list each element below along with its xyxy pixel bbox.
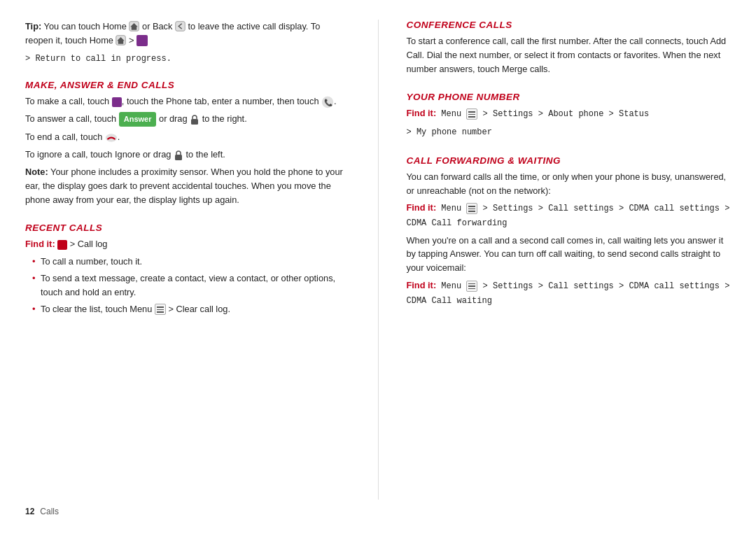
answer-button: Answer	[119, 112, 157, 127]
conference-calls-title: CONFERENCE CALLS	[407, 20, 732, 30]
column-divider	[378, 20, 379, 500]
tip-text5: >	[126, 35, 134, 45]
make-call-text1: To make a call, touch	[25, 96, 112, 106]
home-icon	[129, 21, 139, 31]
find-it-text-fwd2: Menu > Settings > Call settings > CDMA c…	[407, 281, 730, 306]
app-icon-2	[112, 97, 122, 107]
tip-text3: or Back	[139, 21, 175, 31]
call-log-icon	[57, 240, 67, 250]
left-column: Tip: You can touch Home or Back to leave…	[25, 20, 350, 500]
call-forwarding-find-it2: Find it: Menu > Settings > Call settings…	[407, 278, 732, 307]
tip-section: Tip: You can touch Home or Back to leave…	[25, 20, 350, 69]
answer-call-para: To answer a call, touch Answer or drag t…	[25, 112, 350, 127]
call-forwarding-section: CALL FORWARDING & WAITING You can forwar…	[407, 155, 732, 311]
note-text: Your phone includes a proximity sensor. …	[25, 167, 343, 205]
conference-calls-text: To start a conference call, call the fir…	[407, 34, 732, 76]
ignore-text2: to the left.	[183, 149, 225, 160]
menu-lines-2	[468, 111, 475, 118]
right-column: CONFERENCE CALLS To start a conference c…	[407, 20, 732, 500]
find-it-label-phone: Find it:	[407, 108, 437, 118]
your-phone-status: > My phone number	[407, 125, 732, 139]
recent-calls-title: RECENT CALLS	[25, 223, 350, 233]
tip-paragraph: Tip: You can touch Home or Back to leave…	[25, 20, 350, 48]
back-icon	[175, 21, 186, 31]
note-para: Note: Your phone includes a proximity se…	[25, 165, 350, 206]
list-item: To clear the list, touch Menu > Clear ca…	[32, 302, 350, 316]
app-icon	[136, 35, 148, 46]
home-icon-2	[115, 35, 126, 45]
call-forwarding-find-it1: Find it: Menu > Settings > Call settings…	[407, 201, 732, 230]
conference-calls-section: CONFERENCE CALLS To start a conference c…	[407, 20, 732, 79]
note-label: Note:	[25, 167, 48, 177]
svg-rect-7	[191, 119, 198, 125]
lock-icon	[190, 114, 200, 125]
menu-lines-4	[468, 283, 475, 290]
call-icon: 📞	[321, 96, 334, 108]
make-answer-title: MAKE, ANSWER & END CALLS	[25, 80, 350, 90]
make-call-text2: , touch the Phone tab, enter a number, t…	[122, 96, 321, 106]
answer-text3: to the right.	[200, 113, 247, 124]
recent-calls-section: RECENT CALLS Find it: > Call log To call…	[25, 223, 350, 318]
end-text1: To end a call, touch	[25, 132, 102, 142]
tip-return: > Return to call in progress.	[25, 51, 350, 66]
tip-text2: You can touch Home	[41, 21, 129, 31]
call-waiting-para2: When you're on a call and a second call …	[407, 234, 732, 275]
find-it-label-fwd2: Find it:	[407, 280, 437, 290]
tip-label: Tip:	[25, 21, 41, 31]
page-number: 12	[25, 507, 34, 516]
list-item: To send a text message, create a contact…	[32, 271, 350, 299]
ignore-text1: To ignore a call, touch Ignore or drag	[25, 149, 174, 160]
lock-icon-2	[174, 150, 183, 161]
your-phone-find-it: Find it: Menu > Settings > About phone >…	[407, 106, 732, 121]
find-it-text: > Call log	[67, 239, 107, 249]
ignore-call-para: To ignore a call, touch Ignore or drag t…	[25, 148, 350, 162]
svg-rect-2	[176, 22, 186, 31]
menu-lines-3	[468, 206, 475, 212]
your-phone-number-section: YOUR PHONE NUMBER Find it: Menu > Settin…	[407, 92, 732, 142]
end-call-icon	[105, 132, 118, 144]
menu-lines	[157, 306, 164, 313]
call-forwarding-title: CALL FORWARDING & WAITING	[407, 155, 732, 166]
answer-text2: or drag	[156, 113, 190, 124]
find-it-label-fwd1: Find it:	[407, 202, 437, 213]
recent-calls-list: To call a number, touch it. To send a te…	[25, 255, 350, 316]
my-phone-number-text: > My phone number	[407, 127, 492, 137]
two-column-layout: Tip: You can touch Home or Back to leave…	[25, 20, 731, 500]
end-call-para: To end a call, touch .	[25, 130, 350, 144]
menu-icon-4	[466, 281, 477, 292]
return-text: > Return to call in progress.	[25, 54, 172, 64]
find-it-label: Find it:	[25, 239, 55, 249]
your-phone-number-title: YOUR PHONE NUMBER	[407, 92, 732, 102]
end-text2: .	[118, 132, 120, 142]
make-call-text3: .	[334, 96, 337, 106]
call-forwarding-para1: You can forward calls all the time, or o…	[407, 170, 732, 198]
page: Tip: You can touch Home or Back to leave…	[0, 0, 756, 536]
make-call-para: To make a call, touch , touch the Phone …	[25, 94, 350, 108]
menu-icon	[155, 304, 166, 315]
page-footer: 12 Calls	[25, 507, 731, 516]
answer-text1: To answer a call, touch	[25, 113, 119, 124]
list-item: To call a number, touch it.	[32, 255, 350, 269]
page-section-label: Calls	[40, 507, 59, 516]
menu-icon-2	[466, 108, 477, 120]
menu-icon-3	[466, 203, 477, 214]
find-it-text-phone: Menu > Settings > About phone > Status	[436, 109, 649, 119]
svg-text:📞: 📞	[324, 98, 333, 107]
find-it-text-fwd1: Menu > Settings > Call settings > CDMA c…	[407, 204, 730, 228]
make-answer-section: MAKE, ANSWER & END CALLS To make a call,…	[25, 80, 350, 210]
svg-rect-9	[175, 155, 182, 160]
recent-calls-find-it: Find it: > Call log	[25, 237, 350, 251]
